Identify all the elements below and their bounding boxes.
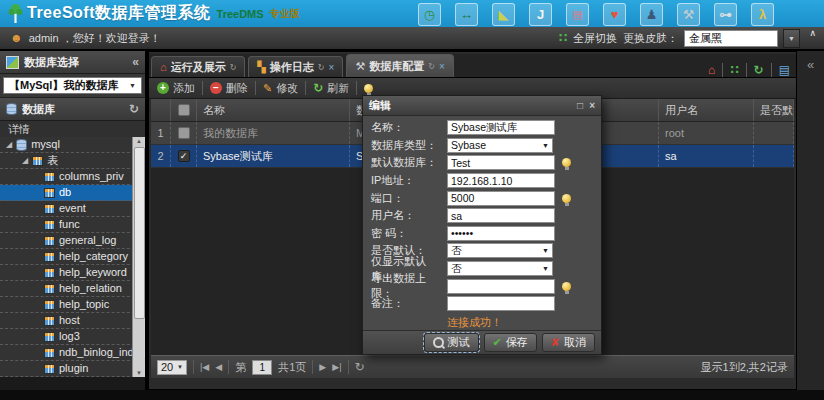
sidebar-collapse-icon[interactable]: « — [132, 55, 139, 69]
tab-run-display[interactable]: ⌂运行及展示↻ — [151, 56, 245, 77]
field-input[interactable] — [447, 191, 555, 206]
select-all-checkbox[interactable] — [178, 104, 190, 116]
column-header-default[interactable]: 是否默认 — [754, 99, 794, 121]
letter-j-icon-button[interactable]: J — [529, 3, 552, 26]
hint-bulb-icon[interactable] — [562, 194, 571, 203]
first-page-icon[interactable]: |◀ — [200, 362, 209, 372]
tab-operation-log[interactable]: ▚操作日志↻× — [248, 56, 343, 77]
fullscreen-toggle-icon[interactable]: ∷ — [559, 31, 567, 45]
cell-filler — [602, 122, 659, 144]
tree-node-mysql[interactable]: ◢mysql — [0, 137, 145, 153]
field-input[interactable] — [447, 279, 555, 294]
dialog-maximize-icon[interactable]: □ — [577, 100, 583, 111]
row-checkbox[interactable] — [178, 127, 190, 139]
skin-chevron-down-icon[interactable]: ▼ — [783, 29, 800, 48]
heart-icon-button[interactable]: ♥ — [603, 3, 626, 26]
tree-node-tables-group[interactable]: ◢表 — [0, 153, 145, 169]
scroll-up-icon[interactable]: ▲ — [133, 138, 145, 144]
column-header-name[interactable]: 名称 — [197, 99, 350, 121]
cancel-button[interactable]: ✘ 取消 — [542, 333, 595, 352]
delete-button[interactable]: − 删除 — [210, 81, 248, 96]
test-button[interactable]: 测试 — [424, 333, 479, 352]
fullscreen-icon[interactable]: ∷ — [730, 63, 738, 77]
chevron-down-icon: ▼ — [542, 265, 549, 272]
scrollbar-thumb[interactable] — [134, 147, 145, 319]
tab-close-icon[interactable]: × — [439, 61, 445, 72]
field-input[interactable] — [447, 208, 555, 223]
database-select[interactable]: 【MySql】我的数据库 ▼ — [3, 77, 142, 94]
tree-node-help_category[interactable]: help_category — [0, 249, 145, 265]
runner-icon-button[interactable]: λ — [751, 3, 774, 26]
edit-button[interactable]: ✎ 修改 — [263, 81, 298, 96]
collapse-header-icon[interactable]: ∧ — [809, 28, 816, 38]
tree-node-log3[interactable]: log3 — [0, 329, 145, 345]
tree-node-db[interactable]: db — [0, 185, 145, 201]
key-icon-button[interactable]: ⊶ — [714, 3, 737, 26]
current-page-input[interactable] — [252, 360, 272, 375]
skin-select[interactable]: 金属黑 — [684, 30, 778, 47]
tree-expand-icon[interactable]: ◢ — [22, 153, 28, 168]
welcome-text: admin ，您好！欢迎登录！ — [29, 31, 161, 46]
tools-icon-button[interactable]: ⚒ — [677, 3, 700, 26]
reload-grid-icon[interactable]: ↻ — [355, 360, 365, 374]
layout-icon[interactable]: ▤ — [779, 63, 790, 77]
dialog-field-row: 端口： — [371, 189, 593, 207]
tree-node-columns_priv[interactable]: columns_priv — [0, 169, 145, 185]
log-file-icon-button[interactable]: ▤ — [566, 3, 589, 26]
tree-expand-icon[interactable]: ◢ — [6, 137, 12, 152]
tree-node-help_keyword[interactable]: help_keyword — [0, 265, 145, 281]
tree-node-host[interactable]: host — [0, 313, 145, 329]
tree-node-plugin[interactable]: plugin — [0, 361, 145, 377]
hint-bulb-icon[interactable] — [562, 282, 571, 291]
scroll-down-icon[interactable]: ▼ — [133, 370, 145, 376]
tab-close-icon[interactable]: × — [329, 62, 335, 73]
sitemap-icon: ▚ — [257, 61, 265, 74]
tree-node-ndb_binlog_index[interactable]: ndb_binlog_index — [0, 345, 145, 361]
page-size-select[interactable]: 20 ▼ — [157, 360, 187, 375]
tree-refresh-icon[interactable]: ↻ — [129, 102, 139, 116]
tree-node-help_topic[interactable]: help_topic — [0, 297, 145, 313]
home-icon[interactable]: ⌂ — [708, 63, 715, 77]
tab-refresh-icon[interactable]: ↻ — [318, 63, 325, 72]
save-button[interactable]: ✔ 保存 — [484, 333, 537, 352]
field-label: 备注： — [371, 296, 447, 311]
field-select[interactable]: 否▼ — [447, 243, 553, 258]
field-input[interactable] — [447, 120, 555, 135]
tree-node-help_relation[interactable]: help_relation — [0, 281, 145, 297]
row-checkbox[interactable]: ✓ — [178, 150, 190, 162]
tree-scrollbar[interactable]: ▲ ▼ — [132, 137, 145, 377]
dialog-close-icon[interactable]: × — [589, 100, 595, 111]
tree-node-func[interactable]: func — [0, 217, 145, 233]
userbar-right-group: ∷ 全屏切换 更换皮肤： 金属黑 ▼ — [559, 29, 800, 48]
tree-node-event[interactable]: event — [0, 201, 145, 217]
hint-bulb-icon[interactable] — [562, 158, 571, 167]
collapse-east-icon[interactable]: « — [797, 57, 824, 72]
toolbar-hint-bulb-icon[interactable] — [364, 84, 373, 93]
field-input[interactable] — [447, 296, 555, 311]
column-header-user[interactable]: 用户名 — [659, 99, 754, 121]
add-button-label: 添加 — [173, 81, 195, 96]
field-select[interactable]: Sybase▼ — [447, 138, 553, 153]
chart-icon — [6, 56, 19, 69]
next-page-icon[interactable]: ▶ — [319, 362, 326, 372]
refresh-button[interactable]: ↻ 刷新 — [313, 81, 349, 96]
add-button[interactable]: + 添加 — [157, 81, 195, 96]
sync-arrows-icon-button[interactable]: ↔ — [455, 3, 478, 26]
field-input[interactable] — [447, 226, 555, 241]
tree-node-label: help_keyword — [59, 265, 127, 280]
fullscreen-toggle-label[interactable]: 全屏切换 — [573, 31, 617, 46]
user-suit-icon-button[interactable]: ♟ — [640, 3, 663, 26]
tree-node-general_log[interactable]: general_log — [0, 233, 145, 249]
field-input[interactable] — [447, 155, 555, 170]
last-page-icon[interactable]: ▶| — [332, 362, 341, 372]
prev-page-icon[interactable]: ◀ — [215, 362, 222, 372]
timer-icon-button[interactable]: ◷ — [418, 3, 441, 26]
area-chart-icon-button[interactable]: ◣ — [492, 3, 515, 26]
tab-database-config[interactable]: ⚒数据库配置↻× — [346, 54, 453, 77]
tab-refresh-icon[interactable]: ↻ — [428, 62, 435, 71]
tab-refresh-icon[interactable]: ↻ — [230, 63, 237, 72]
refresh-icon[interactable]: ↻ — [754, 63, 764, 77]
field-input[interactable] — [447, 173, 555, 188]
dialog-titlebar[interactable]: 编辑 □ × — [363, 96, 601, 116]
field-select[interactable]: 否▼ — [447, 261, 553, 276]
